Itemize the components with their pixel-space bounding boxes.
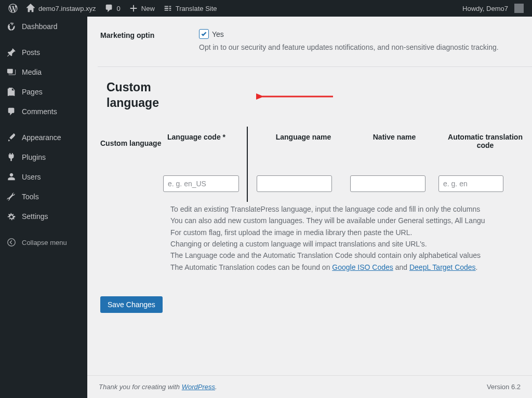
custom-language-description: To edit an existing TranslatePress langu… [163,203,532,273]
auto-translation-code-input[interactable] [438,175,503,192]
col-header-auto-translation-code: Automatic translation code [438,133,532,149]
admin-bar-comments-count: 0 [117,5,121,12]
comments-icon [6,106,17,117]
sidebar-item-appearance[interactable]: Appearance [0,128,87,147]
admin-bar-account[interactable]: Howdy, Demo7 [458,0,528,17]
sidebar-item-label: Comments [22,107,57,116]
dashboard-icon [6,21,17,32]
sidebar-item-label: Appearance [22,133,61,142]
sidebar-item-media[interactable]: Media [0,62,87,82]
sidebar-item-settings[interactable]: Settings [0,207,87,226]
sidebar-item-posts[interactable]: Posts [0,43,87,62]
sidebar-item-label: Plugins [22,153,46,161]
pin-icon [6,47,17,58]
wrench-icon [6,191,17,202]
annotation-arrow-icon [256,91,334,102]
sidebar-item-label: Dashboard [22,22,58,31]
admin-bar-site-name: demo7.instawp.xyz [38,5,96,12]
content-area: Marketing optin Yes Opt in to our securi… [87,17,532,398]
column-separator [247,127,248,202]
sidebar-item-label: Media [22,68,42,76]
admin-footer: Thank you for creating with WordPress. V… [87,375,532,398]
plus-icon [129,4,138,13]
settings-icon [6,211,17,222]
avatar-icon [514,4,524,13]
sidebar-item-label: Tools [22,193,39,201]
col-header-language-name: Language name [257,133,350,149]
col-header-native-name: Native name [350,133,438,149]
sidebar-item-label: Pages [22,88,43,96]
media-icon [6,67,17,77]
col-header-language-code: Language code * [163,133,257,149]
sidebar-item-plugins[interactable]: Plugins [0,147,87,167]
checkbox-checked-icon [199,29,209,39]
admin-bar-greeting: Howdy, Demo7 [462,5,508,12]
marketing-optin-label: Marketing optin [100,29,199,39]
brush-icon [6,132,17,143]
home-icon [26,4,35,13]
sidebar-item-label: Users [22,173,41,181]
admin-bar-site[interactable]: demo7.instawp.xyz [22,0,100,17]
sidebar-item-pages[interactable]: Pages [0,82,87,102]
custom-language-row-label: Custom language [100,127,163,273]
sidebar-item-label: Posts [22,48,40,57]
sidebar-item-tools[interactable]: Tools [0,187,87,207]
section-divider [98,66,532,67]
wordpress-logo-icon [8,4,18,13]
wordpress-link[interactable]: WordPress [182,383,215,391]
version-text: Version 6.2 [487,383,521,391]
translate-icon [163,4,172,13]
sidebar-collapse[interactable]: Collapse menu [0,232,87,252]
sidebar-item-users[interactable]: Users [0,167,87,187]
admin-bar-comments[interactable]: 0 [100,0,125,17]
native-name-input[interactable] [350,175,425,192]
sidebar-item-dashboard[interactable]: Dashboard [0,17,87,36]
sidebar-collapse-label: Collapse menu [22,239,67,246]
save-changes-button[interactable]: Save Changes [100,296,163,313]
admin-bar-wp-logo[interactable] [4,0,22,17]
google-iso-codes-link[interactable]: Google ISO Codes [332,263,393,271]
comment-icon [104,4,114,13]
admin-sidebar: Dashboard Posts Media Pages Comments App… [0,17,87,398]
user-icon [6,172,17,182]
marketing-optin-yes: Yes [212,30,224,38]
section-heading-custom-language: Custom language [107,80,174,111]
svg-point-0 [8,239,15,246]
admin-bar-new[interactable]: New [125,0,159,17]
language-name-input[interactable] [257,175,332,192]
admin-bar-translate-label: Translate Site [176,5,217,12]
collapse-icon [6,237,17,248]
pages-icon [6,87,17,97]
sidebar-item-comments[interactable]: Comments [0,102,87,121]
admin-bar-new-label: New [141,5,155,12]
admin-bar: demo7.instawp.xyz 0 New Translate Site H… [0,0,532,17]
plugin-icon [6,152,17,162]
sidebar-item-label: Settings [22,212,48,221]
language-code-input[interactable] [163,175,239,192]
marketing-optin-row: Marketing optin Yes Opt in to our securi… [100,27,532,53]
admin-bar-translate[interactable]: Translate Site [159,0,221,17]
deepl-target-codes-link[interactable]: DeepL Target Codes [409,263,476,271]
marketing-optin-checkbox[interactable]: Yes [199,29,224,39]
marketing-optin-help: Opt in to our security and feature updat… [199,43,532,51]
